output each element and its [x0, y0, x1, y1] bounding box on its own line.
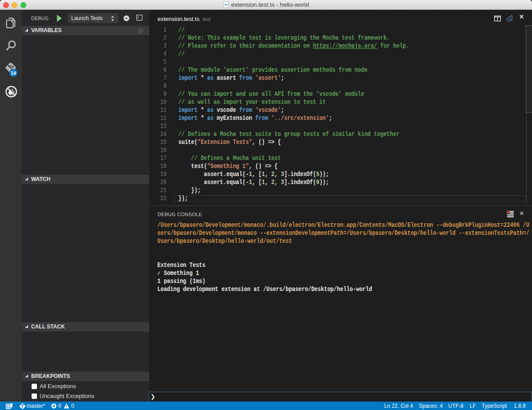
- svg-text:14: 14: [11, 70, 16, 76]
